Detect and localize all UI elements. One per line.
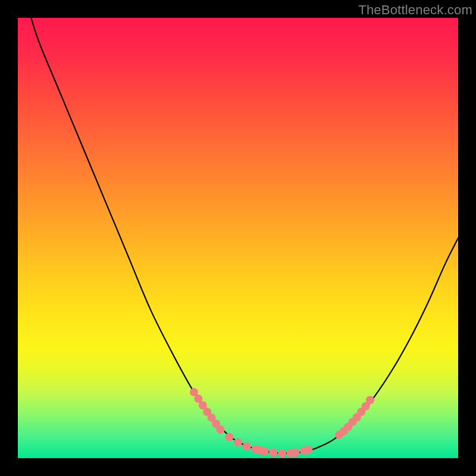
data-marker xyxy=(260,447,268,455)
data-marker xyxy=(304,446,312,454)
marker-group xyxy=(190,388,374,458)
data-marker xyxy=(366,396,374,404)
data-marker xyxy=(225,433,233,441)
data-marker xyxy=(278,449,286,458)
data-marker xyxy=(291,448,299,456)
watermark-text: TheBottleneck.com xyxy=(358,2,472,18)
data-marker xyxy=(269,448,277,456)
data-marker xyxy=(234,438,242,446)
data-marker xyxy=(243,442,251,450)
plot-area xyxy=(18,18,458,458)
chart-svg xyxy=(18,18,458,458)
data-marker xyxy=(216,425,224,434)
bottleneck-curve xyxy=(31,18,458,453)
chart-frame: TheBottleneck.com xyxy=(0,0,476,476)
